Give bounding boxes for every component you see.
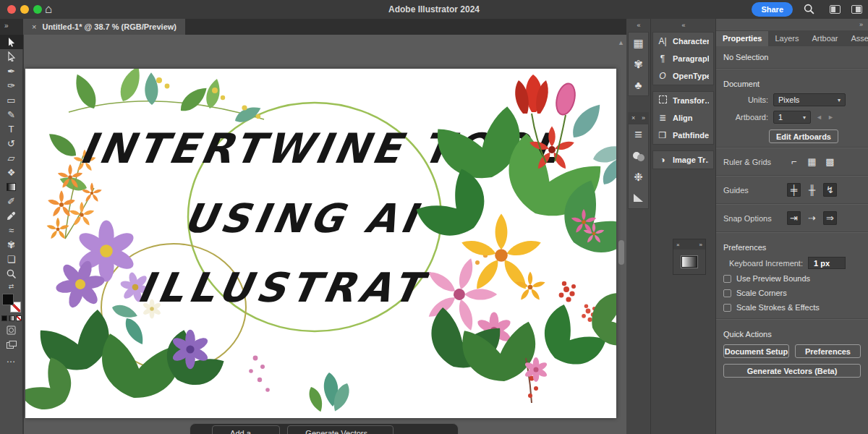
image-trace-panel-button[interactable]: ◑ Image Tr… [653,151,713,169]
paragraph-panel-button[interactable]: ¶ Paragraph [653,50,713,67]
character-panel-button[interactable]: A| Character [653,33,713,50]
transform-panel-button[interactable]: Transfor… [653,92,713,109]
mini-panel-close-icon[interactable]: × [676,242,680,248]
tab-artboards[interactable]: Artboar [805,31,844,46]
pen-tool[interactable]: ✒ [0,64,23,78]
brushes-panel-icon[interactable]: ✾ [629,54,648,75]
tools-panel: ✒ ✑ ▭ ✎ T ↺ ▱ ❖ ✐ ≈ ✾ ❏ ⇄ … [0,35,23,434]
properties-collapse-icon[interactable]: » [716,19,868,30]
artboard[interactable]: INTERTWINE TOOL USING AI ILLUSTRAT [25,69,616,418]
float-expand-icon[interactable]: » [642,114,645,122]
tab-properties[interactable]: Properties [716,31,768,46]
generate-vectors-label: Generate Vectors (Beta) [305,429,387,434]
artboard-tool[interactable]: ❏ [0,252,23,266]
symbols-panel-icon[interactable]: ♣ [629,75,648,95]
screen-mode-button[interactable] [0,337,23,352]
gradient-tool[interactable] [0,179,23,194]
float-dock-header: × » [628,112,649,124]
image-trace-label: Image Tr… [673,156,709,164]
units-dropdown[interactable]: Pixels ▾ [773,93,846,106]
none-button[interactable] [16,315,22,321]
edit-artboards-button[interactable]: Edit Artboards [769,129,838,143]
rectangle-tool[interactable]: ▭ [0,93,23,107]
shaper-tool[interactable]: ✐ [0,194,23,208]
document-setup-button[interactable]: Document Setup [723,344,789,358]
scroll-up-arrow-icon[interactable]: ▲ [618,39,624,46]
type-tool[interactable]: T [0,122,23,136]
align-panel-button[interactable]: ≣ Align [653,109,713,127]
blend-tool[interactable]: ≈ [0,223,23,237]
gradient-button[interactable] [9,315,14,321]
vertical-scrollbar[interactable] [618,240,624,265]
snap-to-point-button[interactable]: ⇒ [823,211,837,225]
curvature-tool[interactable]: ✑ [0,78,23,93]
symbol-sprayer-tool[interactable]: ✾ [0,237,23,252]
screen-mode-icon[interactable] [851,5,862,14]
color-button[interactable] [1,315,7,321]
mini-panel-expand-icon[interactable]: » [699,242,702,248]
show-guides-button[interactable]: ╪ [787,183,801,197]
swatches-icon [633,152,644,161]
share-button[interactable]: Share [752,2,793,17]
zoom-tool[interactable] [0,266,23,281]
scale-corners-checkbox[interactable] [723,289,731,297]
more-tools-button[interactable]: … [0,352,23,366]
toolbar-expand-icon[interactable]: » [4,22,8,30]
generate-vectors-beta-button[interactable]: Generate Vectors (Beta) [723,364,861,378]
prev-artboard-icon[interactable]: ◄ [816,114,822,121]
tab-close-icon[interactable]: × [32,22,36,31]
tab-layers[interactable]: Layers [768,31,805,46]
character-label: Character [673,37,709,46]
snap-to-grid-button[interactable]: ⇥ [787,211,801,225]
lock-guides-button[interactable]: ╫ [805,183,819,197]
show-grid-button[interactable]: ▦ [805,155,819,169]
show-transparency-grid-button[interactable]: ▩ [823,155,837,169]
preferences-button[interactable]: Preferences [795,344,861,358]
opentype-label: OpenType [673,72,709,80]
draw-mode-button[interactable] [0,323,23,337]
fill-swatch[interactable] [2,294,14,305]
scale-strokes-checkbox[interactable] [723,304,731,312]
rotate-tool[interactable]: ↺ [0,136,23,150]
swatches-panel-icon[interactable] [629,145,648,166]
direct-selection-tool[interactable] [0,49,23,64]
eyedropper-tool[interactable] [0,208,23,223]
tab-asset-export[interactable]: Asset E [845,31,868,46]
gradient-swatch[interactable] [681,256,697,268]
generate-vectors-button[interactable]: ✦ Generate Vectors (Beta) [287,425,393,434]
free-transform-tool[interactable]: ❖ [0,165,23,179]
units-label: Units: [723,95,768,104]
keyboard-increment-input[interactable]: 1 px [808,257,846,269]
chevron-down-icon: ▾ [838,97,841,103]
paragraph-icon: ¶ [658,54,668,64]
opentype-panel-button[interactable]: O OpenType [653,67,713,85]
artboard-dropdown[interactable]: 1 ▾ [773,111,811,124]
menu-panel-icon[interactable]: ≡ [629,124,648,145]
dock-collapse-icon[interactable]: « [626,19,650,32]
paintbrush-tool[interactable]: ✎ [0,107,23,122]
color-panel-icon[interactable]: ❉ [629,166,648,187]
search-icon[interactable] [804,4,814,17]
gradient-triangle-icon [634,194,643,202]
smart-guides-button[interactable]: ↯ [823,183,837,197]
show-rulers-button[interactable]: ⌐ [787,155,801,169]
use-preview-bounds-checkbox[interactable] [723,275,731,283]
workspace-switcher-icon[interactable] [830,5,841,14]
pathfinder-panel-button[interactable]: ❒ Pathfinder [653,127,713,144]
fill-stroke-indicator[interactable] [2,294,21,312]
next-artboard-icon[interactable]: ► [827,114,834,121]
panel-dock-collapse-icon[interactable]: « [651,19,715,32]
eraser-tool[interactable]: ▱ [0,150,23,165]
snap-to-pixel-button[interactable]: ⇢ [805,211,819,225]
document-tab[interactable]: × Untitled-1* @ 38.7 % (RGB/Preview) [23,19,185,35]
selection-tool[interactable] [0,35,23,49]
contextual-taskbar: ⋮ ✚ Add a Shape ✦ Generate Vectors (Beta… [190,423,459,434]
canvas-area[interactable]: INTERTWINE TOOL USING AI ILLUSTRAT [24,35,626,434]
add-shape-button[interactable]: ✚ Add a Shape [212,425,280,434]
float-close-icon[interactable]: × [631,114,635,122]
swap-fill-stroke-icon[interactable]: ⇄ [0,281,23,292]
add-shape-label: Add a Shape [230,429,273,434]
gradient-panel-icon[interactable] [629,187,648,208]
units-value: Pixels [778,95,799,104]
artboards-panel-icon[interactable]: ▦ [629,33,648,54]
